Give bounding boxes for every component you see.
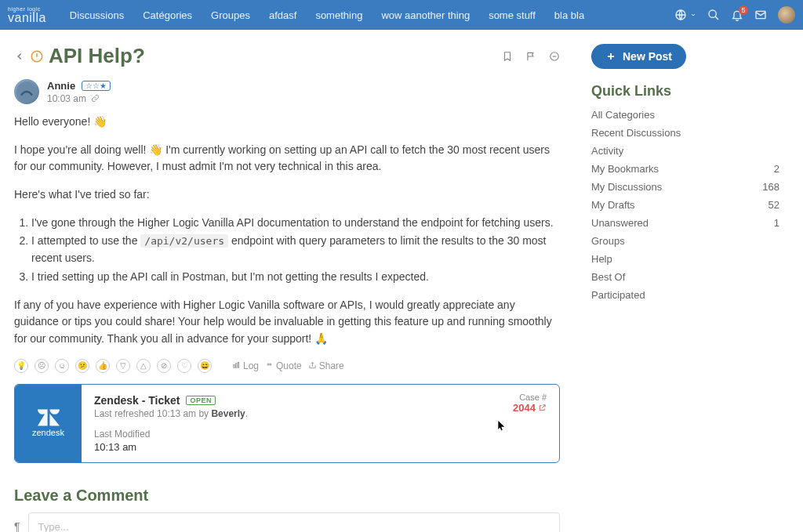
body-text: If any of you have experience with Highe… bbox=[14, 299, 552, 345]
quick-link-item[interactable]: Activity bbox=[591, 142, 779, 160]
quick-link-item[interactable]: Unanswered1 bbox=[591, 214, 779, 232]
quick-links-title: Quick Links bbox=[591, 83, 779, 100]
nav-groupes[interactable]: Groupes bbox=[203, 5, 258, 26]
paragraph-format-icon[interactable]: ¶ bbox=[14, 520, 20, 532]
zendesk-ticket-card: zendesk Zendesk - Ticket OPEN Last refre… bbox=[14, 384, 560, 463]
author-name[interactable]: Annie bbox=[47, 80, 75, 92]
sad-icon[interactable]: ☹ bbox=[35, 359, 49, 373]
zendesk-details: Zendesk - Ticket OPEN Last refreshed 10:… bbox=[82, 385, 559, 462]
nav-categories[interactable]: Catégories bbox=[135, 5, 200, 26]
nav-somestuff[interactable]: some stuff bbox=[481, 5, 543, 26]
quick-link-item[interactable]: My Discussions168 bbox=[591, 178, 779, 196]
refreshed-by-name: Beverly bbox=[211, 408, 245, 419]
quick-link-item[interactable]: Help bbox=[591, 250, 779, 268]
case-label: Case # bbox=[513, 393, 547, 402]
quick-link-label: Best Of bbox=[591, 271, 625, 283]
svg-rect-6 bbox=[234, 365, 234, 368]
quick-link-item[interactable]: Best Of bbox=[591, 268, 779, 286]
quick-link-item[interactable]: All Categories bbox=[591, 106, 779, 124]
quick-link-label: My Discussions bbox=[591, 181, 662, 193]
discussion-title: API Help? bbox=[49, 44, 145, 68]
quick-link-item[interactable]: Recent Discussions bbox=[591, 124, 779, 142]
quote-button[interactable]: Quote bbox=[265, 360, 302, 371]
quick-link-count: 52 bbox=[768, 199, 779, 211]
globe-icon[interactable] bbox=[674, 9, 687, 21]
list-item: I've gone through the Higher Logic Vanil… bbox=[31, 215, 560, 232]
external-link-icon bbox=[538, 404, 547, 412]
confused-icon[interactable]: 😕 bbox=[75, 359, 89, 373]
last-modified-time: 10:13 am bbox=[94, 441, 547, 453]
flag-icon[interactable] bbox=[525, 51, 536, 62]
nav-blabla[interactable]: bla bla bbox=[547, 5, 592, 26]
user-avatar[interactable] bbox=[778, 6, 795, 24]
nav-something[interactable]: something bbox=[307, 5, 370, 26]
quick-link-label: My Drafts bbox=[591, 199, 635, 211]
chevron-down-icon[interactable] bbox=[690, 12, 696, 18]
log-button[interactable]: Log bbox=[232, 360, 259, 371]
brand-logo[interactable]: higher logic vanilla bbox=[8, 6, 46, 24]
warning-icon bbox=[30, 49, 44, 63]
nav-afdasf[interactable]: afdasf bbox=[261, 5, 304, 26]
topbar-actions: 5 bbox=[674, 6, 795, 24]
quick-link-label: All Categories bbox=[591, 109, 655, 121]
svg-rect-8 bbox=[238, 362, 238, 367]
post-timestamp: 10:03 am bbox=[47, 93, 86, 104]
mouse-cursor-icon bbox=[498, 421, 506, 432]
last-modified-label: Last Modified bbox=[94, 429, 547, 440]
right-sidebar: New Post Quick Links All CategoriesRecen… bbox=[591, 44, 779, 532]
notifications-icon[interactable]: 5 bbox=[731, 9, 743, 21]
quick-links-list: All CategoriesRecent DiscussionsActivity… bbox=[591, 106, 779, 304]
quick-link-item[interactable]: My Bookmarks2 bbox=[591, 160, 779, 178]
body-text: I hope you're all doing well! bbox=[14, 143, 149, 156]
bookmark-icon[interactable] bbox=[502, 51, 513, 62]
up-icon[interactable]: △ bbox=[136, 359, 151, 373]
quick-link-item[interactable]: My Drafts52 bbox=[591, 196, 779, 214]
smile-icon[interactable]: ☺ bbox=[55, 359, 69, 373]
back-chevron-icon[interactable] bbox=[14, 51, 25, 62]
zendesk-ticket-title: Zendesk - Ticket bbox=[94, 394, 180, 407]
zendesk-icon bbox=[38, 409, 60, 426]
quick-link-label: Help bbox=[591, 253, 612, 265]
wave-emoji-icon: 👋 bbox=[93, 115, 107, 128]
plus-icon bbox=[605, 51, 616, 62]
pray-emoji-icon: 🙏 bbox=[314, 332, 328, 345]
body-text: Here's what I've tried so far: bbox=[14, 186, 560, 204]
title-bar: API Help? bbox=[14, 44, 560, 68]
quick-link-count: 168 bbox=[762, 181, 779, 193]
more-options-icon[interactable] bbox=[549, 51, 560, 62]
quick-link-label: My Bookmarks bbox=[591, 163, 659, 175]
post-header: Annie ☆☆★ 10:03 am bbox=[14, 79, 560, 104]
quick-link-label: Groups bbox=[591, 235, 625, 247]
quick-link-item[interactable]: Groups bbox=[591, 232, 779, 250]
case-number-block: Case # 2044 bbox=[513, 393, 547, 414]
steps-list: I've gone through the Higher Logic Vanil… bbox=[14, 215, 560, 286]
thumbs-up-icon[interactable]: 👍 bbox=[96, 359, 110, 373]
quick-link-item[interactable]: Participated bbox=[591, 286, 779, 304]
bulb-icon[interactable]: 💡 bbox=[14, 359, 28, 373]
leave-comment-heading: Leave a Comment bbox=[14, 487, 560, 505]
spam-icon[interactable]: ⊘ bbox=[157, 359, 171, 373]
laugh-icon[interactable]: 😄 bbox=[198, 359, 212, 373]
new-post-button[interactable]: New Post bbox=[591, 44, 686, 69]
comment-input[interactable]: Type... bbox=[28, 512, 560, 532]
quick-link-count: 1 bbox=[774, 217, 779, 229]
list-item: I attempted to use the /api/v2/users end… bbox=[31, 233, 560, 266]
discussion-content: API Help? Annie ☆☆★ 10:03 am bbox=[14, 44, 560, 532]
heart-icon[interactable]: ♡ bbox=[177, 359, 191, 373]
primary-nav: Discussions Catégories Groupes afdasf so… bbox=[62, 5, 592, 26]
ticket-status-badge: OPEN bbox=[186, 396, 216, 405]
messages-icon[interactable] bbox=[754, 9, 767, 21]
down-icon[interactable]: ▽ bbox=[116, 359, 130, 373]
author-avatar[interactable] bbox=[14, 79, 39, 104]
nav-wow[interactable]: wow aanother thing bbox=[373, 5, 478, 26]
logo-bottom-text: vanilla bbox=[8, 12, 46, 24]
comment-row: ¶ Type... bbox=[14, 512, 560, 532]
nav-discussions[interactable]: Discussions bbox=[62, 5, 132, 26]
zendesk-logo-panel: zendesk bbox=[15, 385, 82, 462]
search-icon[interactable] bbox=[707, 9, 720, 21]
permalink-icon[interactable] bbox=[91, 94, 100, 103]
svg-rect-7 bbox=[236, 364, 237, 368]
reaction-bar: 💡 ☹ ☺ 😕 👍 ▽ △ ⊘ ♡ 😄 Log Quote Share bbox=[14, 359, 560, 373]
case-number-link[interactable]: 2044 bbox=[513, 402, 547, 414]
share-button[interactable]: Share bbox=[308, 360, 344, 371]
